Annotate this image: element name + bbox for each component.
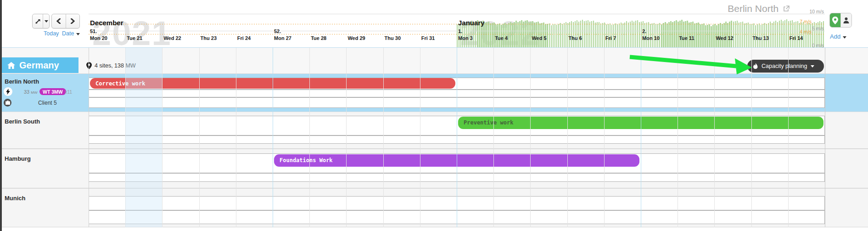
site-name[interactable]: Hamburg <box>5 155 31 162</box>
day-label: Wed 5 <box>532 35 546 41</box>
wind-axis-label: 5 m/s <box>812 26 824 31</box>
wind-speed-bar <box>805 24 806 48</box>
turbine-count: x11 <box>65 89 72 95</box>
flame-icon <box>753 63 758 70</box>
wind-speed-bar <box>648 22 649 48</box>
wind-guide-line-7 <box>89 24 825 24</box>
wind-speed-bar <box>486 22 487 48</box>
day-label: Tue 28 <box>311 35 326 41</box>
wind-speed-bar <box>556 25 557 48</box>
group-header-germany[interactable]: Germany <box>2 57 78 73</box>
wind-speed-bar <box>712 25 713 48</box>
day-gridline <box>678 48 678 227</box>
site-name[interactable]: Berlin North <box>5 78 39 85</box>
diagonal-resize-icon[interactable] <box>33 14 43 28</box>
external-link-icon[interactable] <box>783 6 790 12</box>
day-gridline <box>199 48 200 227</box>
wind-speed-bar <box>551 25 552 48</box>
day-gridline <box>383 48 384 227</box>
zoom-range-button[interactable] <box>32 14 50 28</box>
today-link[interactable]: Today <box>44 30 59 37</box>
wind-speed-bar <box>750 24 750 48</box>
wind-speed-bar <box>617 24 618 48</box>
wind-speed-bar <box>663 23 664 48</box>
wind-speed-bar <box>698 23 699 48</box>
week-gridline <box>457 48 457 227</box>
capacity-value: 33 MW <box>24 89 38 95</box>
prev-button[interactable] <box>52 14 66 28</box>
day-label: Fri 24 <box>237 35 251 41</box>
wind-speed-bar <box>619 23 620 48</box>
wind-speed-bar <box>569 22 570 48</box>
lightning-icon <box>4 87 12 96</box>
panel-separator <box>89 48 89 227</box>
wind-guide-line-4 <box>89 34 825 34</box>
wind-speed-bar <box>599 22 599 48</box>
home-icon <box>7 62 15 69</box>
day-label: Thu 13 <box>753 35 769 41</box>
wind-speed-bar <box>595 23 596 48</box>
wind-speed-bar <box>705 25 706 48</box>
wind-speed-bar <box>773 22 774 48</box>
zoom-dropdown-caret[interactable] <box>43 14 49 28</box>
wind-speed-bar <box>492 23 493 48</box>
view-toggle <box>829 13 852 28</box>
next-button[interactable] <box>66 14 80 28</box>
date-dropdown[interactable]: Date <box>62 30 80 37</box>
wind-speed-bar <box>538 22 538 48</box>
site-name[interactable]: Munich <box>5 195 26 202</box>
day-gridline <box>825 48 825 227</box>
wind-axis-label: 7 m/s <box>800 19 812 24</box>
day-gridline <box>530 48 531 227</box>
wind-speed-bar <box>510 22 511 48</box>
add-dropdown[interactable]: Add <box>830 33 846 40</box>
wind-speed-bar <box>490 23 491 48</box>
people-view-toggle[interactable] <box>840 13 851 27</box>
wind-speed-bar <box>666 23 667 48</box>
site-name[interactable]: Berlin South <box>5 118 40 125</box>
site-view-toggle[interactable] <box>830 13 840 27</box>
wind-speed-bar <box>621 23 622 48</box>
day-gridline <box>567 48 568 227</box>
day-gridline <box>309 48 310 227</box>
wind-speed-bar <box>777 22 778 48</box>
day-label: Wed 29 <box>347 35 365 41</box>
wind-speed-bar <box>740 22 741 48</box>
wind-speed-bar <box>739 23 739 48</box>
day-gridline <box>751 48 752 227</box>
wind-speed-bar <box>622 23 623 48</box>
wind-speed-bar <box>508 23 509 48</box>
group-name: Germany <box>19 60 59 71</box>
wind-speed-bar <box>589 22 590 48</box>
wind-speed-bar <box>554 24 555 48</box>
wind-speed-bar <box>703 23 704 48</box>
week-number: 1. <box>458 28 462 34</box>
wind-speed-bar <box>701 24 702 48</box>
wind-speed-bar <box>517 22 518 48</box>
wind-speed-bar <box>639 22 640 48</box>
header-divider <box>0 47 868 48</box>
wind-speed-bar <box>795 22 796 48</box>
today-column-highlight <box>125 48 162 227</box>
day-gridline <box>236 48 236 227</box>
wind-speed-bar <box>696 23 697 48</box>
wind-speed-bar <box>729 22 730 48</box>
day-gridline <box>493 48 494 227</box>
wind-speed-bar <box>709 24 710 48</box>
turbine-type-badge: WT 3MW <box>39 88 66 95</box>
capacity-planning-button[interactable]: Capacity planning <box>747 60 824 73</box>
wind-speed-bar <box>562 24 563 48</box>
day-label: Thu 30 <box>385 35 401 41</box>
wind-speed-bar <box>770 22 771 48</box>
wind-speed-bar <box>560 23 561 48</box>
wind-speed-bar <box>725 22 726 48</box>
day-label: Thu 6 <box>569 35 582 41</box>
client-label: Client 5 <box>38 100 57 106</box>
wind-speed-bar <box>628 23 629 48</box>
day-gridline <box>162 48 162 227</box>
capacity-planning-label: Capacity planning <box>762 63 807 69</box>
month-label: January <box>458 19 485 27</box>
day-label: Mon 27 <box>274 35 291 41</box>
wind-speed-bar <box>707 25 708 48</box>
day-gridline <box>346 48 347 227</box>
